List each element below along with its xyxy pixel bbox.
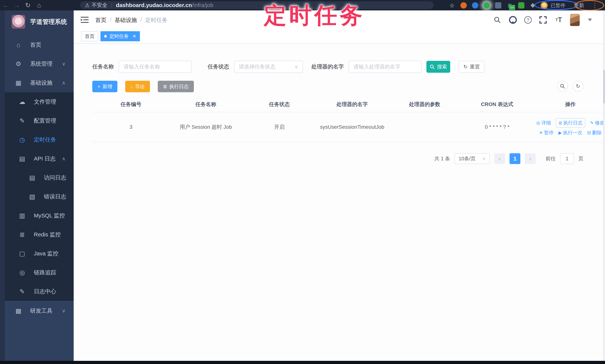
extension-icon-list-on[interactable]: ≣ on xyxy=(506,2,513,9)
cloud-upload-icon: ☁ xyxy=(18,98,26,105)
extension-icon-grid[interactable] xyxy=(495,2,502,9)
add-button[interactable]: + 新增 xyxy=(92,81,117,92)
sidebar-item-infra[interactable]: ▦ 基础设施 ∧ xyxy=(0,73,74,92)
forward-icon[interactable]: → xyxy=(11,2,22,9)
paused-extension-chip[interactable]: 已暂停 xyxy=(540,1,565,9)
sidebar-item-java-monitor[interactable]: ▢ Java 监控 xyxy=(0,244,74,263)
home-icon[interactable]: ⌂ xyxy=(33,2,45,9)
sidebar-item-access-log[interactable]: ▤ 访问日志 xyxy=(0,168,74,187)
detail-link[interactable]: ◎ 详细 xyxy=(536,120,551,126)
sidebar-item-redis-monitor[interactable]: ≣ Redis 监控 xyxy=(0,225,74,244)
database-icon: ▥ xyxy=(18,212,26,219)
job-status-label: 任务状态 xyxy=(208,63,229,70)
sidebar-item-home[interactable]: ⌂ 首页 xyxy=(0,35,74,54)
goto-label: 前往 xyxy=(546,155,556,162)
extension-icon-green-glow[interactable] xyxy=(483,2,490,9)
chevron-up-icon: ∧ xyxy=(62,80,66,86)
next-page-button[interactable]: › xyxy=(525,153,536,164)
reload-icon[interactable]: ↻ xyxy=(22,1,33,9)
scrollbar-thumb[interactable] xyxy=(603,70,605,104)
search-icon[interactable] xyxy=(493,16,501,24)
sidebar-item-api-log[interactable]: ▤ API 日志 ∧ xyxy=(0,149,74,168)
chevron-up-icon: ∧ xyxy=(62,156,66,162)
scrollbar[interactable] xyxy=(603,10,605,361)
url-text: dashboard.yudao.iocoder.cn/infra/job xyxy=(116,2,213,8)
extensions-row: ☆ ≣ on ❉ 已暂停 更新 ⋮ xyxy=(444,1,598,9)
edit-link[interactable]: ✎ 修改 xyxy=(590,120,605,126)
col-job-status: 任务状态 xyxy=(242,97,317,112)
plus-icon: + xyxy=(97,84,100,90)
github-icon[interactable] xyxy=(509,16,517,24)
search-button[interactable]: 搜索 xyxy=(426,61,450,73)
user-avatar[interactable] xyxy=(570,14,580,26)
extension-icon-puzzle[interactable]: ❉ xyxy=(529,2,537,9)
eye-icon: ◎ xyxy=(18,269,26,276)
infra-submenu: ☁ 文件管理 ✎ 配置管理 ◷ 定时任务 ▤ API 日志 ∧ ▤ 访问日志 ▧… xyxy=(0,92,74,301)
job-name-label: 任务名称 xyxy=(92,63,114,70)
job-name-input[interactable] xyxy=(119,61,192,73)
bookmark-star-icon[interactable]: ☆ xyxy=(448,2,456,9)
export-button[interactable]: ↓ 导出 xyxy=(125,81,150,92)
pause-link[interactable]: ✕ 暂停 xyxy=(539,130,554,136)
col-handler-name: 处理器的名字 xyxy=(317,97,388,112)
row-job-log-link[interactable]: ≣ 执行日志 xyxy=(556,118,585,128)
cell-job-id: 3 xyxy=(92,112,170,142)
job-log-button[interactable]: ≣ 执行日志 xyxy=(158,81,194,92)
collapse-sidebar-icon[interactable] xyxy=(80,16,89,24)
sidebar-item-scheduled-jobs[interactable]: ◷ 定时任务 xyxy=(0,130,74,149)
sidebar-item-dev-tools[interactable]: ▩ 研发工具 ∨ xyxy=(0,301,74,320)
extension-icon-orange[interactable] xyxy=(460,2,467,9)
sidebar-item-mysql-monitor[interactable]: ▥ MySQL 监控 xyxy=(0,206,74,225)
page-1-button[interactable]: 1 xyxy=(510,153,520,164)
filter-row: 任务名称 任务状态 请选择任务状态 ∨ 处理器的名字 搜索 ↻ 重置 xyxy=(92,61,485,73)
browser-update-button[interactable]: 更新 xyxy=(574,2,584,9)
breadcrumb-home[interactable]: 首页 xyxy=(95,16,106,24)
sidebar-item-tracing[interactable]: ◎ 链路追踪 xyxy=(0,263,74,282)
gear-icon: ⚙ xyxy=(14,60,23,67)
content: 任务名称 任务状态 请选择任务状态 ∨ 处理器的名字 搜索 ↻ 重置 + 新增 xyxy=(74,43,605,361)
reset-button[interactable]: ↻ 重置 xyxy=(459,61,485,73)
active-dot xyxy=(104,35,107,38)
page-size-select[interactable]: 10条/页 ∨ xyxy=(455,153,490,164)
sidebar-item-log-center[interactable]: ✎ 日志中心 xyxy=(0,282,74,301)
extension-icon-blue[interactable] xyxy=(472,2,479,9)
x-icon: ✕ xyxy=(539,130,543,135)
browser-menu-dots-icon[interactable]: ⋮ xyxy=(592,2,598,9)
extension-icon-plant[interactable] xyxy=(518,2,525,9)
prev-page-button[interactable]: ‹ xyxy=(494,153,505,164)
logo-row[interactable]: 芋道管理系统 xyxy=(0,10,74,30)
sidebar-bottom-section: ▩ 研发工具 ∨ xyxy=(0,301,74,364)
job-status-select[interactable]: 请选择任务状态 ∨ xyxy=(234,61,303,73)
font-size-icon[interactable]: TT xyxy=(554,16,563,24)
tab-scheduled-jobs[interactable]: 定时任务 ✕ xyxy=(100,31,140,41)
cell-cron: 0 * * * * ? * xyxy=(462,112,532,142)
delete-link[interactable]: ⊟ 删除 xyxy=(587,130,602,136)
col-handler-param: 处理器的参数 xyxy=(388,97,462,112)
chevron-down-icon: ∨ xyxy=(294,64,298,70)
main-area: 首页 / 基础设施 / 定时任务 ? TT 首页 xyxy=(74,10,605,361)
caret-down-icon[interactable] xyxy=(588,19,592,21)
fullscreen-icon[interactable] xyxy=(539,16,547,24)
address-bar[interactable]: ⚠ 不安全 dashboard.yudao.iocoder.cn/infra/j… xyxy=(80,1,434,9)
breadcrumb-infra[interactable]: 基础设施 xyxy=(115,16,137,24)
refresh-table-button[interactable]: ↻ xyxy=(573,81,583,91)
goto-page-input[interactable] xyxy=(560,153,574,164)
toolbox-icon: ▩ xyxy=(14,307,23,314)
security-chip[interactable]: ⚠ 不安全 xyxy=(85,2,107,9)
toggle-search-button[interactable] xyxy=(557,81,568,91)
cell-job-status: 开启 xyxy=(242,112,317,142)
infra-icon: ▦ xyxy=(14,79,23,87)
back-icon[interactable]: ← xyxy=(0,2,11,9)
sidebar-item-error-log[interactable]: ▧ 错误日志 xyxy=(0,187,74,206)
handler-name-input[interactable] xyxy=(349,61,421,73)
document-icon: ▤ xyxy=(28,174,37,181)
close-icon[interactable]: ✕ xyxy=(132,34,136,39)
sidebar-item-system[interactable]: ⚙ 系统管理 ∨ xyxy=(0,54,74,73)
sidebar-item-config-manage[interactable]: ✎ 配置管理 xyxy=(0,111,74,130)
help-icon[interactable]: ? xyxy=(524,16,532,24)
run-once-link[interactable]: ▶ 执行一次 xyxy=(558,130,582,136)
chevron-down-icon: ∨ xyxy=(62,308,66,314)
sidebar-item-file-manage[interactable]: ☁ 文件管理 xyxy=(0,92,74,111)
cell-handler-name: sysUserSessionTimeoutJob xyxy=(317,112,388,142)
tab-home[interactable]: 首页 xyxy=(81,31,98,41)
